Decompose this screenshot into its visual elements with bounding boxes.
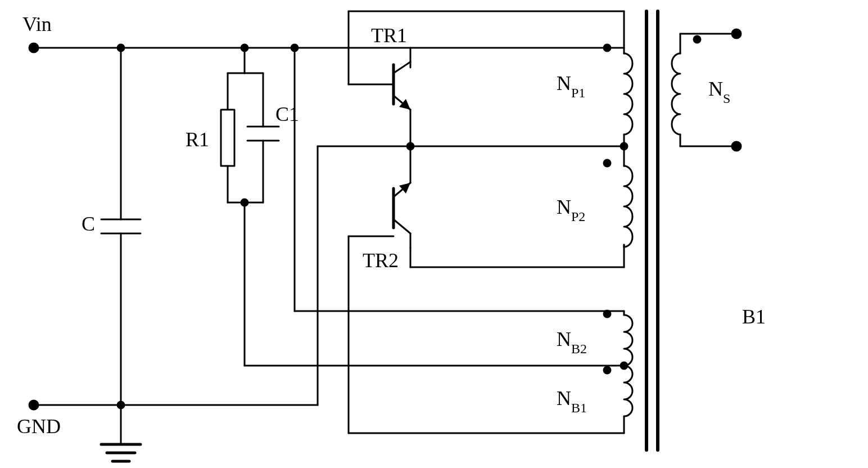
svg-line-42: [394, 219, 410, 233]
svg-point-76: [694, 36, 700, 43]
svg-marker-33: [399, 99, 410, 110]
ns-label: NS: [708, 78, 730, 106]
svg-point-74: [604, 310, 611, 317]
svg-point-75: [604, 367, 611, 374]
svg-point-72: [604, 44, 611, 51]
b1-label: B1: [742, 305, 766, 328]
svg-point-67: [732, 29, 741, 38]
tr2-label: TR2: [363, 249, 399, 272]
c1-label: C1: [275, 103, 299, 125]
svg-rect-17: [221, 110, 234, 166]
svg-point-71: [732, 142, 741, 151]
c-label: C: [82, 213, 95, 235]
nb1-label: NB1: [557, 387, 587, 415]
r1-label: R1: [186, 128, 209, 151]
svg-line-31: [394, 62, 410, 73]
tr1-label: TR1: [371, 24, 407, 47]
np1-label: NP1: [557, 72, 585, 100]
nb2-label: NB2: [557, 328, 587, 356]
np2-label: NP2: [557, 196, 585, 224]
vin-label: Vin: [22, 13, 52, 35]
svg-point-58: [621, 143, 627, 150]
svg-marker-40: [399, 183, 410, 194]
svg-point-73: [604, 160, 611, 166]
gnd-label: GND: [17, 415, 61, 438]
circuit-diagram: Vin GND C R1 C1 TR1 TR2 B1 NP1 NP2 NB2 N…: [0, 0, 868, 468]
